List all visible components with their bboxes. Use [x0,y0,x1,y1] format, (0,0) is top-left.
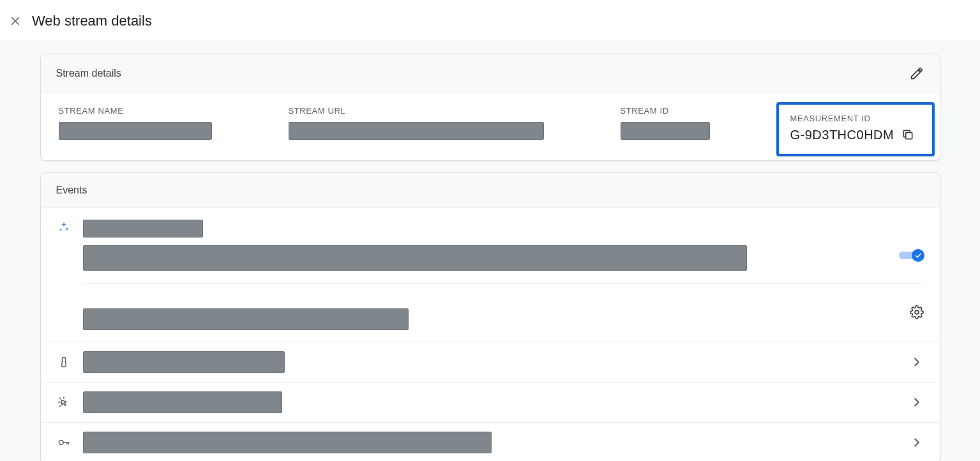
events-nav-row-3[interactable] [41,422,940,461]
svg-point-3 [915,310,919,314]
chevron-right-icon [909,435,924,450]
stream-details-title: Stream details [56,68,121,79]
events-nav-2-label [83,391,282,413]
events-nav-1-label [83,351,285,373]
measurement-id-label: MEASUREMENT ID [790,114,922,123]
svg-line-7 [59,405,61,407]
touch-icon [56,354,72,370]
stream-url-value [289,122,544,140]
stream-details-row: STREAM NAME STREAM URL STREAM ID MEASURE… [41,93,940,160]
chevron-right-icon [909,395,924,410]
events-nav-row-1[interactable] [41,342,940,382]
events-enhanced-row [41,208,940,342]
sparkle-icon [56,220,72,235]
stream-name-value [59,122,212,140]
field-stream-id: STREAM ID [621,106,783,140]
edit-button[interactable] [909,66,924,81]
events-nav-row-2[interactable] [41,382,940,422]
copy-measurement-id-button[interactable] [900,127,916,142]
key-icon [56,435,72,450]
page-title: Web stream details [32,13,152,29]
chevron-right-icon [909,354,924,370]
gear-icon [910,305,924,319]
field-stream-name: STREAM NAME [59,106,289,140]
svg-rect-2 [906,133,912,139]
stream-id-value [621,122,710,140]
stream-details-card: Stream details STREAM NAME STREAM URL ST… [40,54,940,161]
copy-icon [901,128,914,141]
stream-id-label: STREAM ID [621,106,783,116]
measurement-id-highlight: MEASUREMENT ID G-9D3THC0HDM [776,102,935,156]
check-icon [914,252,922,259]
stream-name-label: STREAM NAME [59,106,289,116]
events-title: Events [56,185,87,196]
close-icon [10,15,21,27]
events-row-title [83,220,203,238]
pencil-icon [910,66,924,80]
events-row-description [83,245,747,271]
cursor-click-icon [56,395,72,410]
svg-point-8 [59,441,63,445]
body: Stream details STREAM NAME STREAM URL ST… [0,42,980,461]
panel-header: Web stream details [0,0,980,42]
close-button[interactable] [8,13,23,29]
svg-line-4 [59,398,61,399]
events-settings-button[interactable] [909,305,924,320]
events-header: Events [41,173,940,208]
events-row-subtext [83,308,409,330]
stream-url-label: STREAM URL [289,106,621,116]
stream-details-header: Stream details [41,54,940,93]
events-card: Events [40,172,940,461]
measurement-id-value: G-9D3THC0HDM [790,128,894,142]
field-stream-url: STREAM URL [289,106,621,140]
events-nav-3-label [83,432,492,453]
enhanced-measurement-toggle[interactable] [899,249,924,262]
